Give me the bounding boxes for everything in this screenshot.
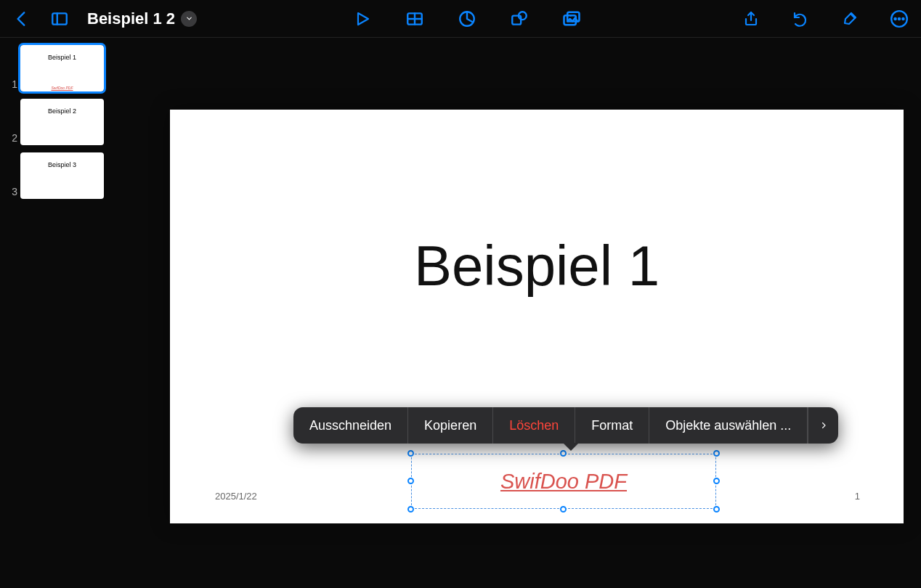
slide[interactable]: Beispiel 1 2025/1/22 1 SwifDoo PDF: [170, 110, 904, 523]
undo-button[interactable]: [786, 4, 815, 33]
thumbnail-title: Beispiel 2: [48, 107, 76, 115]
thumbnail-row[interactable]: 2 Beispiel 2: [4, 99, 119, 145]
thumbnail-row[interactable]: 1 Beispiel 1 SwifDoo PDF: [4, 45, 119, 91]
canvas: Beispiel 1 2025/1/22 1 SwifDoo PDF: [123, 38, 921, 588]
chevron-down-icon[interactable]: [181, 11, 197, 27]
context-menu-cut[interactable]: Ausschneiden: [293, 407, 408, 444]
thumbnail-slide-2[interactable]: Beispiel 2: [20, 99, 104, 145]
back-button[interactable]: [7, 4, 36, 33]
media-button[interactable]: [557, 4, 586, 33]
more-button[interactable]: [885, 4, 914, 33]
thumbnail-number: 2: [4, 132, 17, 145]
toolbar: Beispiel 1 2: [0, 0, 921, 38]
svg-point-14: [898, 17, 900, 19]
thumbnail-slide-1[interactable]: Beispiel 1 SwifDoo PDF: [20, 45, 104, 91]
svg-point-13: [895, 17, 896, 19]
sidebar-toggle-button[interactable]: [45, 4, 74, 33]
selected-textbox[interactable]: SwifDoo PDF: [411, 454, 716, 509]
slide-number-footer: 1: [855, 491, 860, 502]
context-menu-format[interactable]: Format: [575, 407, 649, 444]
toolbar-center: [197, 4, 737, 33]
slide-hyperlink-text[interactable]: SwifDoo PDF: [411, 454, 716, 509]
context-menu-select-objects[interactable]: Objekte auswählen ...: [649, 407, 808, 444]
thumbnail-slide-3[interactable]: Beispiel 3: [20, 152, 104, 199]
context-menu-delete[interactable]: Löschen: [493, 407, 575, 444]
thumbnail-title: Beispiel 3: [48, 161, 76, 168]
thumbnail-number: 1: [4, 78, 17, 91]
context-menu-more-icon[interactable]: [808, 407, 838, 444]
share-button[interactable]: [737, 4, 766, 33]
thumbnail-row[interactable]: 3 Beispiel 3: [4, 152, 119, 199]
svg-marker-2: [358, 13, 368, 25]
format-brush-button[interactable]: [835, 4, 864, 33]
app: Beispiel 1 2: [0, 0, 921, 588]
document-title: Beispiel 1 2: [87, 9, 175, 28]
svg-rect-0: [52, 13, 67, 24]
context-menu-copy[interactable]: Kopieren: [408, 407, 493, 444]
slide-date-footer: 2025/1/22: [215, 491, 257, 502]
toolbar-left: Beispiel 1 2: [7, 4, 197, 33]
document-title-area[interactable]: Beispiel 1 2: [87, 9, 197, 28]
thumbnail-title: Beispiel 1: [48, 54, 76, 61]
play-button[interactable]: [348, 4, 377, 33]
slide-thumbnails-panel: 1 Beispiel 1 SwifDoo PDF 2 Beispiel 2 3 …: [0, 38, 123, 588]
thumbnail-hyperlink: SwifDoo PDF: [51, 86, 73, 90]
thumbnail-number: 3: [4, 186, 17, 199]
shapes-button[interactable]: [505, 4, 534, 33]
slide-title[interactable]: Beispiel 1: [170, 233, 904, 299]
svg-point-15: [902, 17, 904, 19]
chart-button[interactable]: [453, 4, 482, 33]
body: 1 Beispiel 1 SwifDoo PDF 2 Beispiel 2 3 …: [0, 38, 921, 588]
context-menu: Ausschneiden Kopieren Löschen Format Obj…: [293, 407, 838, 444]
svg-point-11: [569, 14, 572, 16]
toolbar-right: [737, 4, 914, 33]
table-button[interactable]: [400, 4, 429, 33]
